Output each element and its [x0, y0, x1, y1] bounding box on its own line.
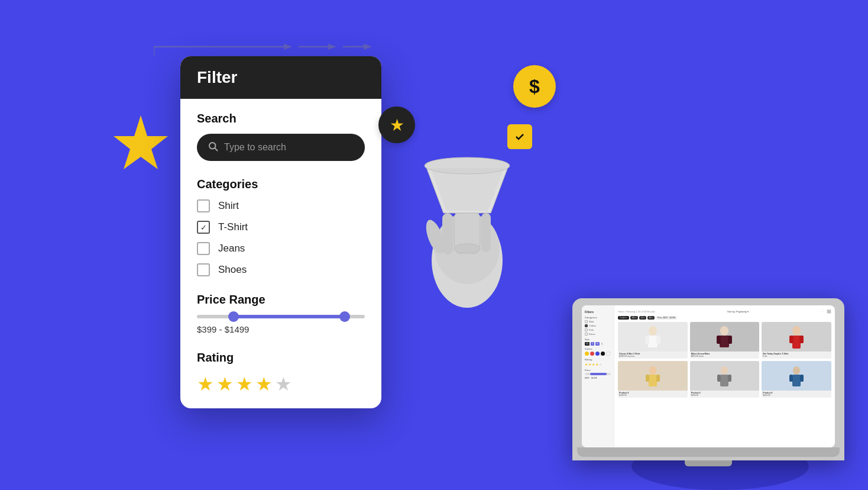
mini-cat-polo-txt: Polo — [589, 328, 594, 331]
mini-product-5: Product 5 $299.00 — [690, 361, 760, 398]
filter-title: Filter — [197, 68, 365, 87]
mini-product-4-price: $199.00 — [619, 394, 686, 396]
svg-rect-28 — [728, 336, 732, 344]
svg-rect-35 — [646, 375, 649, 382]
mini-size-label: Size — [585, 338, 611, 341]
mini-product-5-info: Product 5 $299.00 — [690, 391, 760, 398]
laptop: Filters Categories Shirt T-Shirt Polo — [572, 298, 844, 466]
mini-grid-view — [821, 309, 825, 314]
mini-size-l: L — [601, 342, 604, 346]
mini-price-slider — [585, 373, 611, 375]
svg-rect-42 — [792, 375, 801, 386]
mini-star-5: ★ — [599, 362, 602, 366]
star-4[interactable]: ★ — [255, 373, 273, 395]
svg-rect-32 — [799, 336, 804, 343]
slider-thumb-min[interactable] — [228, 311, 239, 322]
mini-products-grid: Classic 8 Men T-Shirt $299.00 $450.00 — [618, 322, 831, 398]
laptop-stand — [685, 460, 732, 466]
mini-rating-label: Rating — [585, 358, 611, 361]
mini-product-6-img — [762, 361, 831, 391]
mini-product-5-img — [690, 361, 760, 391]
svg-rect-38 — [720, 375, 728, 386]
mini-rating-stars: ★ ★ ★ ★ ★ — [585, 362, 611, 366]
mini-cat-tshirt: T-Shirt — [585, 324, 611, 327]
mini-sidebar: Filters Categories Shirt T-Shirt Polo — [582, 305, 614, 447]
svg-rect-24 — [656, 336, 660, 344]
mini-product-2-img — [690, 322, 760, 352]
svg-rect-22 — [648, 336, 658, 347]
svg-rect-36 — [656, 375, 660, 382]
mini-product-4-info: Product 4 $199.00 — [618, 391, 688, 398]
mini-product-4-img — [618, 361, 688, 391]
mini-color-yellow — [585, 352, 589, 356]
svg-rect-39 — [717, 375, 721, 382]
price-range-section: Price Range $399 - $1499 — [197, 293, 365, 334]
mini-product-1-price: $299.00 $450.00 — [619, 355, 686, 357]
search-placeholder[interactable]: Type to search — [224, 142, 286, 153]
checkbox-tshirt[interactable]: ✓ — [197, 221, 210, 234]
svg-rect-19 — [454, 213, 480, 249]
mini-categories-label: Categories — [585, 316, 611, 319]
mini-product-5-price: $299.00 — [691, 394, 759, 396]
slider-thumb-max[interactable] — [339, 311, 350, 322]
svg-point-29 — [792, 326, 801, 336]
mini-price-fill — [590, 373, 607, 375]
mini-cb-dress — [585, 333, 588, 336]
checkbox-shirt[interactable] — [197, 199, 210, 212]
star-2[interactable]: ★ — [216, 373, 234, 395]
svg-marker-4 — [328, 44, 336, 50]
category-shirt[interactable]: Shirt — [197, 199, 365, 212]
star-3[interactable]: ★ — [236, 373, 253, 395]
category-tshirt-label: T-Shirt — [218, 221, 248, 233]
category-shoes[interactable]: Shoes — [197, 263, 365, 276]
mini-cb-shirt — [585, 320, 588, 323]
svg-line-9 — [215, 148, 217, 150]
mini-cat-tshirt-txt: T-Shirt — [589, 324, 596, 327]
mini-ecommerce-ui: Filters Categories Shirt T-Shirt Polo — [582, 305, 835, 447]
mini-cb-polo — [585, 328, 588, 331]
mini-star-4: ★ — [595, 362, 598, 366]
checkbox-jeans[interactable] — [197, 242, 210, 255]
rating-section: Rating ★ ★ ★ ★ ★ — [197, 351, 365, 395]
mini-product-3-img — [762, 322, 831, 352]
mini-size-m: M — [595, 342, 600, 346]
mini-cat-dress-txt: Dress — [589, 333, 595, 336]
checkbox-shoes[interactable] — [197, 263, 210, 276]
mini-active-tags: T-shirt × XS × S × M × Price: $397 - $13… — [618, 316, 831, 320]
mini-star-2: ★ — [588, 362, 591, 366]
star-1[interactable]: ★ — [197, 373, 214, 395]
mini-size-s: S — [591, 342, 594, 346]
mini-star-1: ★ — [585, 362, 588, 366]
mini-colors — [585, 352, 611, 356]
category-shoes-label: Shoes — [218, 264, 247, 276]
checkmark-icon: ✓ — [200, 223, 207, 232]
svg-marker-2 — [284, 44, 292, 50]
category-jeans[interactable]: Jeans — [197, 242, 365, 255]
sun-decoration — [111, 115, 170, 175]
mini-product-2-price: $450.00 $600 — [691, 355, 759, 357]
mini-tag-s: S × — [639, 316, 646, 320]
svg-marker-0 — [114, 115, 168, 169]
mini-tag-price: Price: $397 - $1396 — [656, 316, 678, 320]
mini-product-6-info: Product 6 $350.00 — [762, 391, 831, 398]
mini-price-range: $397 - $1396 — [585, 377, 611, 379]
svg-rect-40 — [728, 375, 731, 382]
price-range-label: Price Range — [197, 293, 365, 307]
mini-main-content: Home / Showing 1-10 of 30 Results Sort b… — [614, 305, 835, 447]
rating-label: Rating — [197, 351, 365, 365]
svg-point-41 — [793, 366, 800, 375]
mini-sizes: XS S M L — [585, 342, 611, 346]
mini-tag-xs: XS × — [630, 316, 639, 320]
rating-stars[interactable]: ★ ★ ★ ★ ★ — [197, 373, 365, 395]
svg-point-21 — [649, 326, 657, 336]
category-jeans-label: Jeans — [218, 243, 245, 254]
price-slider-track[interactable] — [197, 315, 365, 318]
star-5[interactable]: ★ — [275, 373, 292, 395]
mini-color-blue — [595, 352, 600, 356]
mini-color-label: Colors — [585, 347, 611, 350]
mini-product-4: Product 4 $199.00 — [618, 361, 688, 398]
search-box[interactable]: Type to search — [197, 134, 365, 161]
category-tshirt[interactable]: ✓ T-Shirt — [197, 221, 365, 234]
categories-label: Categories — [197, 178, 365, 191]
mini-color-black — [601, 352, 605, 356]
